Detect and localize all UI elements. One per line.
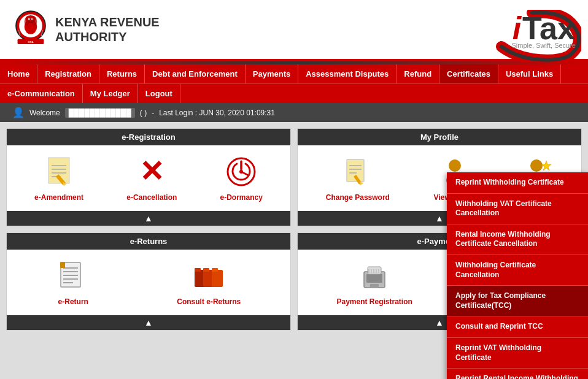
- svg-text:KRA: KRA: [28, 40, 33, 44]
- cash-register-icon: [359, 261, 390, 291]
- dropdown-reprint-rental-wh[interactable]: Reprint Rental Income Withholding Certif…: [447, 369, 588, 379]
- itax-tagline-text: Simple, Swift, Secure: [511, 42, 576, 49]
- dormancy-svg-icon: [226, 156, 257, 187]
- eregistration-footer: ▲: [7, 211, 290, 226]
- nav-home[interactable]: Home: [0, 64, 37, 83]
- payment-reg-label: Payment Registration: [336, 297, 412, 306]
- navbar-row2: e-Communication My Ledger Logout: [0, 83, 588, 103]
- itax-i-letter: i: [513, 10, 521, 47]
- change-password-item[interactable]: Change Password: [326, 155, 390, 202]
- change-password-label: Change Password: [326, 193, 390, 202]
- myprofile-chevron-icon: ▲: [435, 213, 444, 223]
- svg-rect-53: [203, 268, 209, 272]
- myprofile-header: My Profile: [298, 129, 581, 145]
- dormancy-label: e-Dormancy: [220, 193, 263, 202]
- ereturns-header: e-Returns: [7, 233, 290, 250]
- navbar: Home Registration Returns Debt and Enfor…: [0, 64, 588, 103]
- pencil-doc-icon: [343, 157, 373, 186]
- dropdown-rental-wh-cancel[interactable]: Rental Income Withholding Certificate Ca…: [447, 224, 588, 255]
- welcome-username: ████████████: [65, 108, 135, 118]
- dropdown-consult-tcc[interactable]: Consult and Reprint TCC: [447, 316, 588, 338]
- dropdown-reprint-vat-wh[interactable]: Reprint VAT Withholding Certificate: [447, 338, 588, 369]
- eregistration-chevron-icon: ▲: [144, 213, 153, 223]
- payment-reg-item[interactable]: Payment Registration: [336, 259, 412, 306]
- page-wrapper: KRA Kenya Revenue Authority i Tax S: [0, 0, 588, 379]
- svg-rect-57: [366, 274, 382, 283]
- payment-reg-icon: [358, 259, 392, 293]
- itax-tax-text: Tax: [522, 10, 575, 47]
- dropdown-wh-vat-cancel[interactable]: Withholding VAT Certificate Cancellation: [447, 194, 588, 224]
- svg-rect-54: [212, 270, 223, 287]
- change-password-icon: [341, 155, 374, 188]
- svg-point-11: [32, 18, 33, 20]
- kra-emblem-icon: KRA: [12, 10, 49, 50]
- ereturns-chevron-icon: ▲: [144, 318, 153, 327]
- consult-returns-label: Consult e-Returns: [177, 297, 241, 306]
- nav-refund[interactable]: Refund: [397, 64, 439, 83]
- dropdown-wh-cancel[interactable]: Withholding Certificate Cancellation: [447, 255, 588, 286]
- header: KRA Kenya Revenue Authority i Tax S: [0, 0, 588, 61]
- nav-ecommunication[interactable]: e-Communication: [0, 84, 83, 103]
- consult-returns-item[interactable]: Consult e-Returns: [177, 259, 241, 306]
- welcome-bar: 👤 Welcome ████████████ ( ) - Last Login …: [0, 103, 588, 122]
- kra-name-line2: Authority: [55, 29, 160, 44]
- dropdown-reprint-wh[interactable]: Reprint Withholding Certificate: [447, 172, 588, 194]
- eregistration-body: e-Amendment ✕ e-Cancellation: [7, 145, 290, 211]
- svg-rect-51: [195, 268, 201, 272]
- eregistration-cancellation[interactable]: ✕ e-Cancellation: [126, 155, 177, 202]
- welcome-last-login: Last Login : JUN 30, 2020 01:09:31: [159, 109, 275, 117]
- welcome-paren-open: ( ): [140, 109, 147, 117]
- nav-registration[interactable]: Registration: [37, 64, 99, 83]
- cancellation-icon: ✕: [135, 155, 169, 188]
- content-area: e-Registration: [0, 122, 588, 379]
- svg-rect-59: [368, 267, 381, 274]
- svg-point-38: [530, 159, 543, 172]
- ereturn-label: e-Return: [58, 297, 88, 306]
- svg-point-26: [239, 170, 243, 174]
- svg-point-34: [449, 159, 461, 172]
- eregistration-amendment[interactable]: e-Amendment: [34, 155, 83, 202]
- amendment-icon: [42, 155, 76, 188]
- nav-debt[interactable]: Debt and Enforcement: [145, 64, 246, 83]
- kra-logo: KRA Kenya Revenue Authority: [12, 10, 160, 50]
- nav-disputes[interactable]: Assessment Disputes: [298, 64, 397, 83]
- eregistration-dormancy[interactable]: e-Dormancy: [220, 155, 263, 202]
- dormancy-icon: [225, 155, 258, 188]
- welcome-text: Welcome: [29, 109, 60, 117]
- ereturn-doc-icon: [58, 261, 88, 291]
- nav-useful-links[interactable]: Useful Links: [498, 64, 561, 83]
- svg-rect-49: [60, 262, 65, 268]
- svg-point-10: [29, 18, 30, 20]
- nav-ledger[interactable]: My Ledger: [83, 84, 138, 103]
- kra-name-line1: Kenya Revenue: [55, 15, 160, 29]
- folders-icon: [193, 261, 224, 291]
- welcome-user-icon: 👤: [12, 107, 25, 118]
- consult-returns-icon: [192, 259, 226, 293]
- amendment-svg-icon: [44, 155, 74, 188]
- epayments-chevron-icon: ▲: [435, 318, 444, 327]
- itax-logo: i Tax Simple, Swift, Secure: [511, 10, 576, 49]
- ereturns-footer: ▲: [7, 315, 290, 330]
- svg-marker-42: [541, 161, 551, 170]
- cancellation-label: e-Cancellation: [126, 193, 177, 202]
- kra-org-text: Kenya Revenue Authority: [55, 15, 160, 44]
- ereturn-item[interactable]: e-Return: [56, 259, 90, 306]
- nav-returns[interactable]: Returns: [99, 64, 145, 83]
- ereturns-body: e-Return: [7, 250, 290, 315]
- certificates-dropdown: Reprint Withholding Certificate Withhold…: [447, 172, 588, 379]
- nav-certificates[interactable]: Certificates: [439, 64, 498, 83]
- svg-rect-58: [370, 284, 379, 288]
- nav-payments[interactable]: Payments: [246, 64, 298, 83]
- nav-logout[interactable]: Logout: [138, 84, 180, 103]
- navbar-row1: Home Registration Returns Debt and Enfor…: [0, 64, 588, 83]
- eregistration-header: e-Registration: [7, 129, 290, 145]
- cancel-x-icon: ✕: [139, 157, 164, 186]
- eregistration-card: e-Registration: [6, 128, 291, 226]
- dropdown-apply-tcc[interactable]: Apply for Tax Compliance Certificate(TCC…: [447, 286, 588, 316]
- amendment-label: e-Amendment: [34, 193, 83, 202]
- ereturns-card: e-Returns: [6, 232, 291, 331]
- svg-rect-55: [212, 268, 218, 272]
- welcome-separator: -: [152, 109, 154, 117]
- ereturn-icon: [56, 259, 90, 293]
